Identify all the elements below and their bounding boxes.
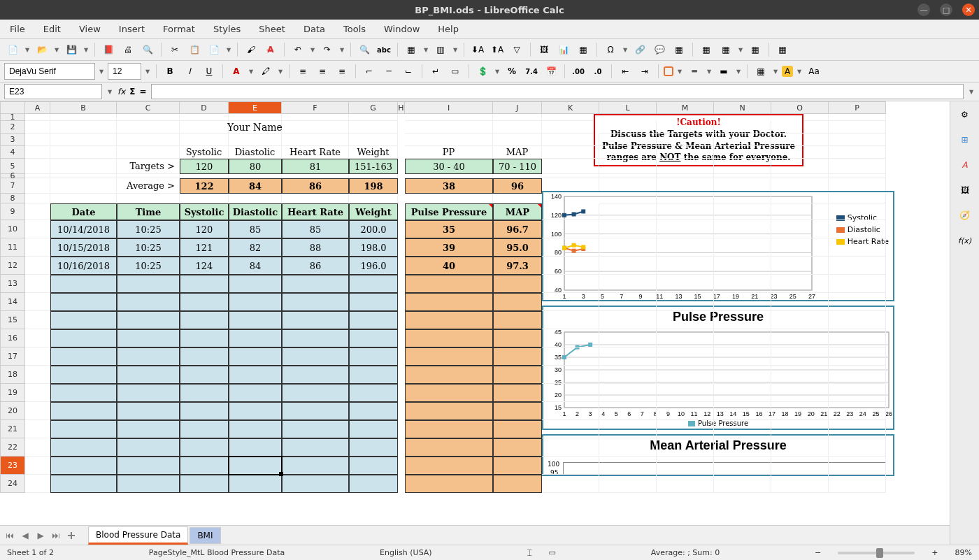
dropdown-icon[interactable]: ▼ [309, 47, 316, 53]
cell[interactable] [657, 384, 714, 402]
cell[interactable] [405, 457, 493, 475]
cell[interactable] [599, 194, 657, 203]
cell[interactable] [714, 366, 771, 384]
cell[interactable] [599, 366, 657, 384]
cell[interactable] [829, 146, 886, 159]
cell[interactable] [542, 203, 599, 220]
cell[interactable] [599, 159, 657, 174]
dropdown-icon[interactable]: ▼ [968, 89, 975, 95]
cell[interactable] [398, 134, 405, 146]
cell[interactable] [714, 134, 771, 146]
cell[interactable] [180, 402, 229, 420]
currency-icon[interactable]: 💲 [474, 63, 491, 80]
cell[interactable] [657, 257, 714, 275]
cell[interactable] [493, 134, 542, 146]
cell[interactable] [829, 257, 886, 275]
cell[interactable] [117, 121, 180, 134]
cell[interactable] [829, 347, 886, 366]
cell[interactable] [714, 457, 771, 475]
cell[interactable] [349, 311, 398, 329]
cell[interactable] [599, 420, 657, 438]
selection-mode-icon[interactable]: ▭ [549, 548, 556, 557]
border-style-icon[interactable]: ═ [686, 63, 703, 80]
cell[interactable] [657, 402, 714, 420]
dropdown-icon[interactable]: ▼ [248, 69, 255, 75]
cell[interactable] [771, 420, 829, 438]
undo-icon[interactable]: ↶ [290, 41, 306, 58]
cell[interactable] [771, 366, 829, 384]
cell[interactable] [282, 457, 349, 475]
cell[interactable] [599, 134, 657, 146]
cell[interactable] [349, 194, 398, 203]
row-header[interactable]: 14 [0, 293, 25, 311]
cell[interactable] [282, 347, 349, 366]
insert-mode-icon[interactable]: ⌶ [527, 548, 532, 557]
row-header[interactable]: 15 [0, 311, 25, 329]
cell[interactable] [657, 220, 714, 238]
row-header[interactable]: 20 [0, 402, 25, 420]
cell[interactable] [405, 420, 493, 438]
add-sheet-icon[interactable]: + [64, 529, 78, 543]
cell[interactable] [117, 146, 180, 159]
cell[interactable] [398, 438, 405, 457]
cell[interactable] [599, 402, 657, 420]
cell[interactable] [829, 159, 886, 174]
window-icon[interactable]: ▦ [747, 41, 764, 58]
row-header[interactable]: 7 [0, 178, 25, 194]
cell[interactable] [829, 475, 886, 493]
cell[interactable] [180, 134, 229, 146]
cell[interactable] [714, 311, 771, 329]
cell[interactable] [599, 329, 657, 347]
dropdown-icon[interactable]: ▼ [144, 69, 151, 75]
cell[interactable] [714, 420, 771, 438]
cell[interactable] [599, 121, 657, 134]
cell[interactable]: 40 [405, 257, 493, 275]
paste-icon[interactable]: 📄 [206, 41, 222, 58]
col-header[interactable]: C [117, 101, 180, 114]
cell[interactable] [829, 114, 886, 121]
col-header[interactable]: D [180, 101, 229, 114]
themes-icon[interactable]: Aa [806, 63, 822, 80]
cell[interactable] [25, 347, 50, 366]
cell[interactable]: 30 - 40 [405, 159, 493, 174]
cell[interactable] [829, 420, 886, 438]
cell[interactable] [180, 438, 229, 457]
cell[interactable] [398, 114, 405, 121]
cell[interactable] [50, 194, 117, 203]
highlight-icon[interactable]: 🖍 [257, 63, 274, 80]
cell[interactable] [599, 257, 657, 275]
cell[interactable] [657, 420, 714, 438]
cell[interactable] [771, 194, 829, 203]
cell[interactable] [282, 293, 349, 311]
col-header[interactable]: H [398, 101, 405, 114]
clear-format-icon[interactable]: A̶ [262, 41, 279, 58]
new-icon[interactable]: 📄 [4, 41, 21, 58]
cell[interactable] [50, 457, 117, 475]
cell[interactable] [50, 146, 117, 159]
row-header[interactable]: 24 [0, 475, 25, 493]
cell[interactable] [542, 146, 599, 159]
cell[interactable] [542, 238, 599, 257]
row-header[interactable]: 12 [0, 257, 25, 275]
cell[interactable] [829, 121, 886, 134]
cell[interactable] [405, 114, 493, 121]
cell[interactable]: 40608010012014013579111315171921232527Sy… [542, 194, 599, 203]
dropdown-icon[interactable]: ▼ [106, 89, 113, 95]
cell[interactable] [25, 178, 50, 194]
cell[interactable] [349, 114, 398, 121]
cell[interactable]: 38 [405, 178, 493, 194]
cell[interactable] [50, 402, 117, 420]
cell[interactable] [282, 311, 349, 329]
cell[interactable] [493, 366, 542, 384]
row-header[interactable]: 21 [0, 420, 25, 438]
cell[interactable] [714, 347, 771, 366]
cell[interactable] [398, 475, 405, 493]
cell[interactable]: !Caution!Discuss the Targets with your D… [542, 121, 599, 134]
print-icon[interactable]: 🖨 [120, 41, 136, 58]
cell[interactable] [282, 275, 349, 293]
row-header[interactable]: 1 [0, 114, 25, 121]
cell[interactable] [229, 438, 282, 457]
cell[interactable] [714, 220, 771, 238]
cell[interactable] [714, 146, 771, 159]
cell[interactable] [349, 366, 398, 384]
